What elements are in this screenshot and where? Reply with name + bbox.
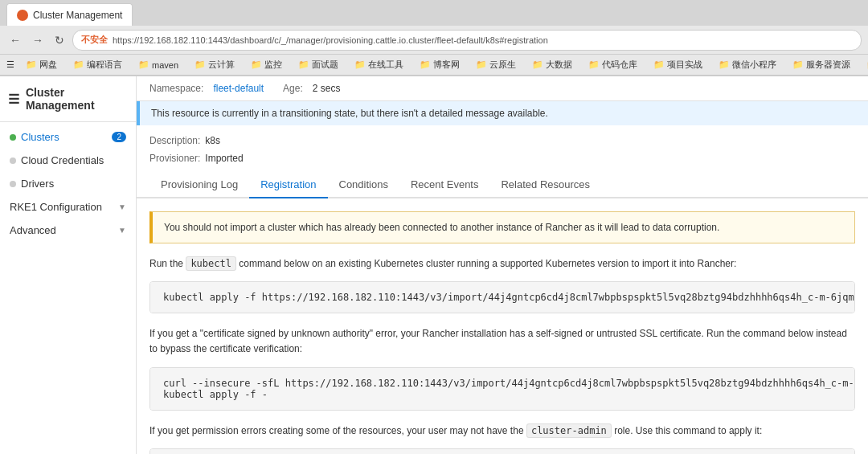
kubectl-inline-code: kubectl xyxy=(186,256,236,271)
bookmark-jiankong[interactable]: 📁 监控 xyxy=(246,58,287,72)
permission-paragraph: If you get permission errors creating so… xyxy=(149,423,855,439)
cluster-admin-inline-code: cluster-admin xyxy=(526,423,612,438)
provisioner-row: Provisioner: Imported xyxy=(137,149,868,167)
bookmark-yunjs[interactable]: 📁 云计算 xyxy=(190,58,240,72)
tab-recent-events[interactable]: Recent Events xyxy=(399,172,490,198)
description-label: Description: xyxy=(149,135,200,146)
sidebar-nav: Clusters 2 Cloud Credentials Drivers RKE… xyxy=(0,122,136,454)
namespace-label: Namespace: xyxy=(149,83,203,94)
bookmark-zaixian[interactable]: 📁 在线工具 xyxy=(350,58,408,72)
advanced-section-label: Advanced xyxy=(10,224,56,236)
bookmark-code[interactable]: 📁 代码仓库 xyxy=(583,58,642,72)
browser-toolbar: ← → ↻ 不安全 https://192.168.182.110:1443/d… xyxy=(0,26,868,55)
bookmark-project[interactable]: 📁 项目实战 xyxy=(649,58,707,72)
tab-conditions[interactable]: Conditions xyxy=(328,172,399,198)
sidebar-title: Cluster Management xyxy=(26,86,128,112)
active-tab[interactable]: Cluster Management xyxy=(6,3,133,26)
refresh-button[interactable]: ↻ xyxy=(51,32,68,48)
alert-text: This resource is currently in a transiti… xyxy=(151,108,548,119)
bookmark-wangpan[interactable]: 📁 网盘 xyxy=(21,58,62,72)
age-value: 2 secs xyxy=(313,83,341,94)
code-block-clusterrolebinding[interactable]: kubectl create clusterrolebinding cluste… xyxy=(149,448,855,454)
description-row: Description: k8s xyxy=(137,132,868,149)
bookmark-icon: ☰ xyxy=(6,59,14,70)
sidebar-item-clusters[interactable]: Clusters 2 xyxy=(0,125,136,149)
run-kubectl-paragraph: Run the kubectl command below on an exis… xyxy=(149,256,855,272)
cert-error-text: If you get a "certificate signed by unkn… xyxy=(149,328,847,354)
clusters-count: 2 xyxy=(112,132,126,142)
permission-text-1: If you get permission errors creating so… xyxy=(149,425,524,436)
tab-related-resources[interactable]: Related Resources xyxy=(489,172,601,198)
drivers-dot xyxy=(10,181,16,187)
age-label: Age: xyxy=(283,83,303,94)
tab-favicon xyxy=(17,10,28,21)
url-text: https://192.168.182.110:1443/dashboard/c… xyxy=(113,35,548,45)
bookmarks-bar: ☰ 📁 网盘 📁 编程语言 📁 maven 📁 云计算 📁 监控 📁 面试题 📁… xyxy=(0,55,868,76)
bookmark-mianti[interactable]: 📁 面试题 xyxy=(293,58,343,72)
sidebar-label-clusters: Clusters xyxy=(21,131,59,143)
url-bar[interactable]: 不安全 https://192.168.182.110:1443/dashboa… xyxy=(72,30,862,51)
alert-banner: This resource is currently in a transiti… xyxy=(137,101,868,125)
run-text-suffix: command below on an existing Kubernetes … xyxy=(239,258,736,269)
provisioner-value: Imported xyxy=(205,153,243,164)
sidebar-item-cloud-credentials[interactable]: Cloud Credentials xyxy=(0,149,136,172)
description-value: k8s xyxy=(205,135,220,146)
security-warning: 不安全 xyxy=(81,34,108,46)
run-text-prefix: Run the xyxy=(149,258,183,269)
import-warning-box: You should not import a cluster which ha… xyxy=(149,211,855,243)
main-content: Namespace: fleet-default Age: 2 secs Thi… xyxy=(137,76,868,454)
permission-text-2: role. Use this command to apply it: xyxy=(614,425,762,436)
import-warning-text: You should not import a cluster which ha… xyxy=(164,222,719,233)
browser-chrome: Cluster Management ← → ↻ 不安全 https://192… xyxy=(0,0,868,76)
tabs-bar: Provisioning Log Registration Conditions… xyxy=(137,172,868,198)
back-button[interactable]: ← xyxy=(6,32,24,48)
tab-title: Cluster Management xyxy=(33,10,122,21)
code-text-2a: curl --insecure -sfL https://192.168.182… xyxy=(163,378,855,389)
bookmark-server[interactable]: 📁 服务器资源 xyxy=(788,58,855,72)
sidebar-item-drivers[interactable]: Drivers xyxy=(0,172,136,195)
rke1-chevron-icon: ▼ xyxy=(118,202,126,211)
cloud-credentials-dot xyxy=(10,157,16,164)
bookmark-blog[interactable]: 📁 博客网 xyxy=(415,58,465,72)
sidebar-label-drivers: Drivers xyxy=(21,178,54,190)
hamburger-icon[interactable]: ☰ xyxy=(8,92,19,107)
sidebar-label-cloud-credentials: Cloud Credentials xyxy=(21,154,104,166)
tab-content-registration: You should not import a cluster which ha… xyxy=(137,198,868,454)
bookmark-ai[interactable]: 📁 ai xyxy=(862,59,868,71)
main-header: Namespace: fleet-default Age: 2 secs xyxy=(137,76,868,101)
code-block-curl[interactable]: curl --insecure -sfL https://192.168.182… xyxy=(149,367,855,411)
bookmark-yunyuansheng[interactable]: 📁 云原生 xyxy=(471,58,521,72)
code-text-1: kubectl apply -f https://192.168.182.110… xyxy=(163,292,855,303)
bookmark-maven[interactable]: 📁 maven xyxy=(133,59,183,71)
tab-provisioning-log[interactable]: Provisioning Log xyxy=(149,172,249,198)
cert-error-paragraph: If you get a "certificate signed by unkn… xyxy=(149,326,855,357)
provisioner-label: Provisioner: xyxy=(149,153,200,164)
sidebar: ☰ Cluster Management Clusters 2 Cloud Cr… xyxy=(0,76,137,454)
advanced-chevron-icon: ▼ xyxy=(118,226,126,235)
sidebar-section-advanced[interactable]: Advanced ▼ xyxy=(0,219,136,242)
sidebar-section-rke1[interactable]: RKE1 Configuration ▼ xyxy=(0,195,136,219)
bookmark-biancheng[interactable]: 📁 编程语言 xyxy=(68,58,127,72)
clusters-status-dot xyxy=(10,134,16,141)
app-container: ☰ Cluster Management Clusters 2 Cloud Cr… xyxy=(0,76,868,454)
browser-tabs-bar: Cluster Management xyxy=(0,0,868,26)
bookmark-wechat[interactable]: 📁 微信小程序 xyxy=(714,58,781,72)
namespace-link[interactable]: fleet-default xyxy=(213,83,264,94)
sidebar-header: ☰ Cluster Management xyxy=(0,76,136,122)
rke1-section-label: RKE1 Configuration xyxy=(10,201,102,213)
tab-registration[interactable]: Registration xyxy=(249,172,327,198)
forward-button[interactable]: → xyxy=(29,32,47,48)
code-block-kubectl-apply[interactable]: kubectl apply -f https://192.168.182.110… xyxy=(149,281,855,313)
bookmark-dashuju[interactable]: 📁 大数据 xyxy=(527,58,577,72)
code-text-2b: kubectl apply -f - xyxy=(163,389,268,400)
